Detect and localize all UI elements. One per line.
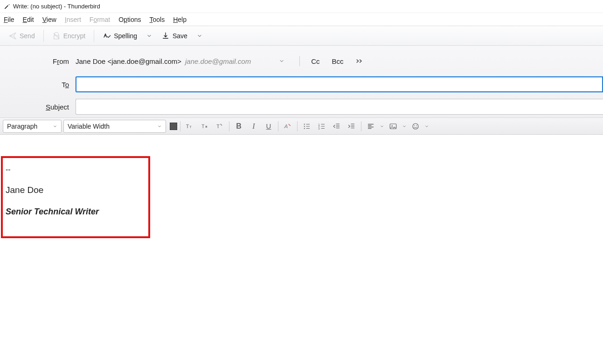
encrypt-button: Encrypt (48, 29, 90, 43)
subject-input[interactable] (76, 99, 603, 115)
align-dropdown[interactable] (379, 120, 385, 133)
from-email-grey: jane.doe@gmail.com (185, 57, 251, 65)
subject-row: Subject (0, 97, 603, 117)
align-button[interactable] (364, 120, 377, 133)
svg-text:3: 3 (319, 127, 320, 130)
font-size-increase-button[interactable]: TT (183, 120, 196, 133)
separator (229, 121, 229, 131)
more-recipients-button[interactable] (356, 58, 365, 64)
separator (361, 121, 361, 131)
to-row: To (0, 75, 603, 94)
save-dropdown[interactable] (194, 29, 205, 43)
to-input[interactable] (76, 76, 603, 92)
svg-text:T: T (216, 124, 220, 129)
text-color-button[interactable] (170, 123, 177, 130)
svg-text:T: T (189, 125, 192, 129)
send-icon (8, 32, 17, 40)
menu-tools[interactable]: Tools (149, 16, 165, 23)
italic-button[interactable]: I (247, 120, 260, 133)
separator (278, 121, 278, 131)
svg-point-5 (304, 124, 305, 124)
bold-button[interactable]: B (232, 120, 245, 133)
from-label: From (0, 57, 76, 65)
save-icon (161, 32, 170, 40)
cc-button[interactable]: Cc (311, 57, 319, 65)
compose-toolbar: Send Encrypt Spelling Save (0, 26, 603, 46)
menu-insert: Insert (65, 16, 81, 23)
from-dropdown[interactable] (275, 55, 288, 67)
paragraph-style-dropdown[interactable]: Paragraph (3, 120, 62, 133)
format-toolbar: Paragraph Variable Width TT T T B I U A … (0, 118, 603, 135)
insert-image-button[interactable] (387, 120, 400, 133)
svg-text:T: T (186, 124, 189, 129)
signature-highlight: -- Jane Doe Senior Technical Writer (1, 156, 150, 238)
font-size-decrease-button[interactable]: T (198, 120, 211, 133)
menu-edit[interactable]: Edit (23, 16, 34, 23)
remove-text-styling-button[interactable]: A (281, 120, 294, 133)
svg-point-6 (304, 125, 305, 126)
message-body[interactable]: -- Jane Doe Senior Technical Writer (0, 135, 603, 364)
menu-view[interactable]: View (42, 16, 56, 23)
remove-formatting-button[interactable]: T (213, 120, 226, 133)
insert-image-dropdown[interactable] (402, 120, 407, 133)
font-family-dropdown[interactable]: Variable Width (63, 120, 166, 133)
window-title: Write: (no subject) - Thunderbird (13, 3, 100, 10)
from-identity[interactable]: Jane Doe <jane.doe@gmail.com> (76, 57, 181, 65)
svg-text:A: A (284, 123, 288, 129)
menu-help[interactable]: Help (173, 16, 187, 23)
from-row: From Jane Doe <jane.doe@gmail.com> jane.… (0, 51, 603, 71)
numbered-list-button[interactable]: 123 (315, 120, 328, 133)
svg-text:T: T (201, 124, 204, 129)
separator (297, 121, 298, 131)
emoji-dropdown[interactable] (424, 120, 430, 133)
underline-button[interactable]: U (262, 120, 275, 133)
font-family-value: Variable Width (68, 123, 110, 130)
bcc-button[interactable]: Bcc (332, 57, 344, 65)
emoji-button[interactable] (409, 120, 422, 133)
svg-point-14 (414, 125, 415, 126)
subject-label: Subject (0, 103, 76, 111)
outdent-button[interactable] (330, 120, 343, 133)
bullet-list-button[interactable] (300, 120, 313, 133)
toolbar-separator (94, 30, 94, 42)
send-label: Send (20, 32, 35, 40)
menu-format: Format (90, 16, 110, 23)
separator (299, 56, 300, 66)
menu-bar: File Edit View Insert Format Options Too… (0, 13, 603, 26)
signature-separator: -- (6, 165, 145, 175)
indent-button[interactable] (345, 120, 358, 133)
separator (180, 121, 180, 131)
encrypt-icon (52, 32, 61, 40)
to-label: To (0, 81, 76, 89)
svg-point-7 (304, 128, 305, 129)
spelling-button[interactable]: Spelling (98, 29, 142, 43)
menu-options[interactable]: Options (118, 16, 141, 23)
send-button: Send (4, 29, 40, 43)
menu-file[interactable]: File (4, 16, 14, 23)
pen-icon (4, 3, 10, 10)
spelling-icon (103, 32, 111, 40)
signature-title: Senior Technical Writer (6, 206, 145, 218)
svg-point-12 (392, 125, 393, 126)
spelling-label: Spelling (114, 32, 137, 40)
spelling-dropdown[interactable] (144, 29, 155, 43)
svg-point-15 (416, 125, 417, 126)
addressing-area: From Jane Doe <jane.doe@gmail.com> jane.… (0, 46, 603, 118)
paragraph-style-value: Paragraph (7, 123, 37, 130)
svg-point-13 (413, 124, 418, 129)
toolbar-separator (43, 30, 44, 42)
save-button[interactable]: Save (157, 29, 192, 43)
encrypt-label: Encrypt (63, 32, 85, 40)
save-label: Save (173, 32, 187, 40)
signature-name: Jane Doe (6, 184, 145, 197)
title-bar: Write: (no subject) - Thunderbird (0, 0, 603, 13)
